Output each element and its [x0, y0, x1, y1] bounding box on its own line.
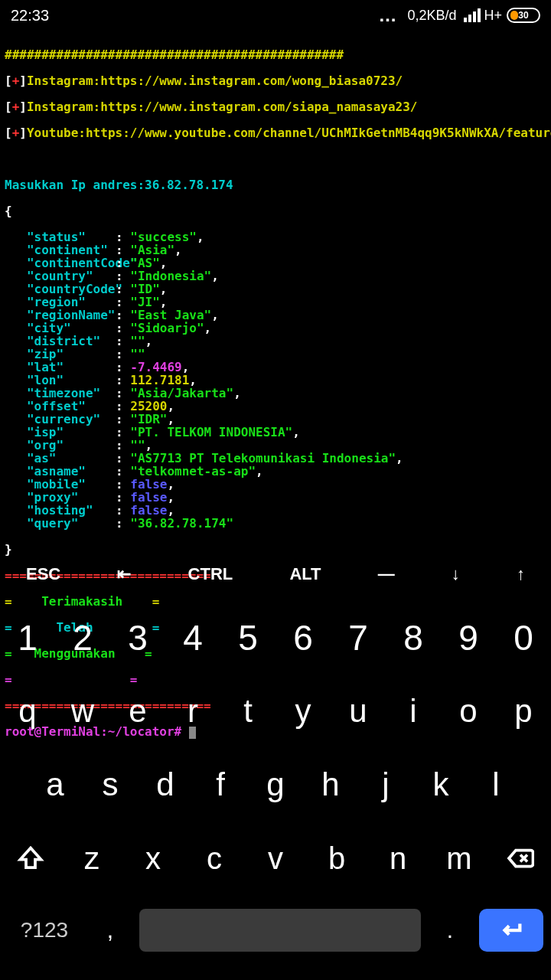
json-field-proxy: "proxy": false, [5, 491, 546, 504]
key-g[interactable]: g [248, 766, 303, 803]
battery-icon: 30 [507, 8, 540, 23]
json-field-status: "status": "success", [5, 230, 546, 243]
down-key[interactable]: ↓ [452, 564, 460, 584]
json-field-country: "country": "Indonesia", [5, 270, 546, 283]
key-r[interactable]: r [165, 693, 220, 730]
key-h[interactable]: h [303, 766, 358, 803]
key-t[interactable]: t [220, 693, 276, 730]
key-n[interactable]: n [367, 841, 429, 876]
key-2[interactable]: 2 [55, 617, 110, 658]
soft-keyboard: Catatan Newbie Catatan Newbie 1234567890… [0, 601, 551, 980]
key-i[interactable]: i [386, 693, 441, 730]
key-4[interactable]: 4 [165, 617, 220, 658]
key-7[interactable]: 7 [331, 617, 386, 658]
json-field-isp: "isp": "PT. TELKOM INDONESIA", [5, 426, 546, 439]
key-f[interactable]: f [193, 766, 248, 803]
json-field-region: "region": "JI", [5, 296, 546, 309]
shift-key[interactable] [0, 844, 61, 872]
space-key[interactable] [139, 909, 421, 952]
key-o[interactable]: o [441, 693, 496, 730]
json-field-org: "org": "", [5, 439, 546, 452]
period-key[interactable]: . [427, 917, 473, 943]
key-9[interactable]: 9 [441, 617, 496, 658]
ip-prompt: Masukkan Ip andres:36.82.78.174 [5, 178, 546, 191]
json-field-lon: "lon": 112.7181, [5, 374, 546, 387]
key-k[interactable]: k [413, 766, 468, 803]
comma-key[interactable]: , [87, 917, 133, 943]
key-c[interactable]: c [184, 841, 245, 876]
json-field-timezone: "timezone": "Asia/Jakarta", [5, 387, 546, 400]
link-line-instagram2: [+]Instagram:https://www.instagram.com/s… [5, 100, 546, 113]
json-field-continentCode: "continentCode": "AS", [5, 256, 546, 270]
json-field-as: "as": "AS7713 PT Telekomunikasi Indonesi… [5, 452, 546, 465]
json-field-mobile: "mobile": false, [5, 478, 546, 491]
key-q[interactable]: q [0, 693, 55, 730]
alt-key[interactable]: ALT [289, 564, 321, 584]
key-m[interactable]: m [429, 841, 490, 876]
network-speed: 0,2KB/d [407, 8, 456, 24]
json-field-zip: "zip": "" [5, 348, 546, 361]
minus-key[interactable]: — [378, 564, 395, 584]
key-w[interactable]: w [55, 693, 110, 730]
key-x[interactable]: x [122, 841, 184, 876]
up-key[interactable]: ↑ [517, 564, 525, 584]
banner-hashes: ########################################… [5, 48, 546, 61]
key-s[interactable]: s [83, 766, 138, 803]
json-field-countryCode: "countryCode": "ID", [5, 283, 546, 296]
termux-extra-keys: ESC ⇤ CTRL ALT — ↓ ↑ [0, 553, 551, 596]
json-field-asname: "asname": "telkomnet-as-ap", [5, 465, 546, 478]
json-field-currency: "currency": "IDR", [5, 413, 546, 426]
key-0[interactable]: 0 [496, 617, 551, 658]
json-field-lat: "lat": -7.4469, [5, 361, 546, 374]
json-field-offset: "offset": 25200, [5, 400, 546, 413]
key-p[interactable]: p [496, 693, 551, 730]
key-e[interactable]: e [110, 693, 165, 730]
key-a[interactable]: a [28, 766, 83, 803]
key-y[interactable]: y [276, 693, 331, 730]
key-6[interactable]: 6 [276, 617, 331, 658]
link-line-instagram1: [+]Instagram:https://www.instagram.com/w… [5, 74, 546, 87]
enter-key[interactable] [479, 909, 543, 952]
tab-key[interactable]: ⇤ [117, 564, 131, 584]
key-j[interactable]: j [358, 766, 413, 803]
overflow-dots-icon: … [378, 5, 398, 26]
signal-bars-icon [464, 8, 481, 22]
key-u[interactable]: u [331, 693, 386, 730]
esc-key[interactable]: ESC [26, 564, 60, 584]
key-5[interactable]: 5 [220, 617, 276, 658]
key-d[interactable]: d [138, 766, 193, 803]
key-z[interactable]: z [61, 841, 122, 876]
symbols-mode-key[interactable]: ?123 [8, 918, 81, 942]
backspace-key[interactable] [490, 844, 551, 872]
key-v[interactable]: v [245, 841, 306, 876]
key-3[interactable]: 3 [110, 617, 165, 658]
json-field-query: "query": "36.82.78.174" [5, 517, 546, 530]
json-field-district: "district": "", [5, 335, 546, 348]
key-b[interactable]: b [306, 841, 367, 876]
clock: 22:33 [11, 7, 49, 24]
key-1[interactable]: 1 [0, 617, 55, 658]
link-line-youtube: [+]Youtube:https://www.youtube.com/chann… [5, 126, 546, 139]
key-8[interactable]: 8 [386, 617, 441, 658]
network-type: H+ [484, 8, 502, 24]
key-l[interactable]: l [468, 766, 523, 803]
json-field-hosting: "hosting": false, [5, 504, 546, 517]
json-field-continent: "continent": "Asia", [5, 243, 546, 256]
ctrl-key[interactable]: CTRL [188, 564, 233, 584]
json-field-regionName: "regionName": "East Java", [5, 309, 546, 322]
json-brace-open: { [5, 204, 546, 217]
json-field-city: "city": "Sidoarjo", [5, 322, 546, 335]
android-status-bar: 22:33 … 0,2KB/d H+ 30 [0, 0, 551, 31]
